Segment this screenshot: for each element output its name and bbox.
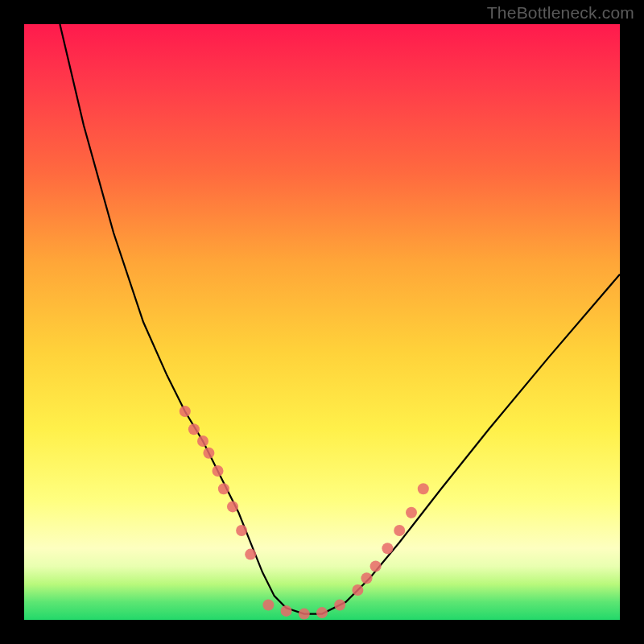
data-marker xyxy=(188,423,200,435)
data-marker xyxy=(316,607,328,618)
data-marker xyxy=(218,483,229,494)
data-marker xyxy=(382,543,393,554)
data-marker xyxy=(418,483,429,494)
data-marker xyxy=(361,572,373,584)
curve-svg xyxy=(24,24,620,620)
data-marker xyxy=(281,605,292,617)
bottleneck-curve xyxy=(60,24,620,614)
outer-frame: TheBottleneck.com xyxy=(0,0,644,644)
data-marker xyxy=(394,525,405,536)
data-marker xyxy=(370,560,382,572)
watermark-text: TheBottleneck.com xyxy=(487,3,634,23)
data-marker xyxy=(227,501,238,512)
data-marker xyxy=(352,584,363,596)
data-marker xyxy=(245,549,256,560)
data-marker xyxy=(203,448,214,459)
data-marker xyxy=(406,507,417,518)
data-marker xyxy=(299,609,310,620)
data-marker xyxy=(180,406,191,417)
data-marker xyxy=(262,600,274,611)
data-marker xyxy=(213,465,224,477)
curve-group xyxy=(60,24,620,614)
plot-area xyxy=(24,24,620,620)
data-marker xyxy=(334,600,345,611)
marker-group xyxy=(180,406,429,620)
data-marker xyxy=(236,525,247,536)
data-marker xyxy=(197,436,208,447)
